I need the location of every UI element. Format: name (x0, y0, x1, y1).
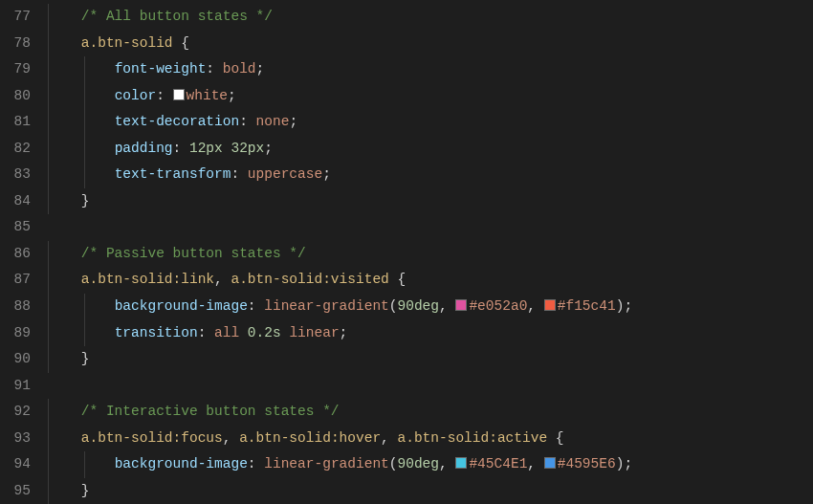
token-semi: ; (624, 456, 632, 471)
indent-guide (84, 136, 85, 163)
line-number: 80 (10, 83, 31, 110)
indent-guide (84, 83, 85, 110)
indent-guide (84, 320, 85, 347)
token-brace: { (556, 430, 564, 446)
line-number: 84 (10, 188, 31, 215)
token-sel-pseudo: :visited (322, 272, 389, 287)
code-line[interactable]: a.btn-solid:link, a.btn-solid:visited { (48, 267, 813, 294)
indent-guide (84, 56, 85, 83)
line-number-gutter: 77787980818283848586878889909192939495 (0, 0, 48, 504)
color-swatch-icon[interactable] (173, 89, 185, 100)
indent (48, 114, 115, 129)
code-content[interactable]: /* All button states */ a.btn-solid { fo… (48, 0, 813, 504)
color-swatch-icon[interactable] (455, 299, 467, 311)
indent-guide (48, 478, 49, 504)
indent (48, 193, 81, 208)
token-val: uppercase (248, 166, 322, 182)
indent-guide (48, 451, 49, 478)
token-punct: : (198, 325, 207, 340)
line-number: 94 (10, 451, 31, 478)
code-line[interactable]: text-decoration: none; (48, 109, 813, 136)
token-comment: /* Passive button states */ (81, 246, 306, 261)
token-prop: text-decoration (115, 114, 240, 129)
token-hex: #45C4E1 (469, 456, 527, 471)
token-prop: padding (115, 141, 173, 156)
token-sel-pseudo: :hover (331, 430, 381, 446)
indent (48, 351, 81, 366)
code-line[interactable]: /* All button states */ (48, 4, 813, 31)
token-sel-tag: a (239, 430, 248, 446)
code-line[interactable]: a.btn-solid { (48, 31, 813, 57)
indent-guide (48, 188, 49, 215)
token-sel-pseudo: :focus (173, 430, 223, 446)
code-line[interactable]: transition: all 0.2s linear; (48, 320, 813, 347)
token-sel-tag: a (81, 35, 90, 51)
token-comment: /* All button states */ (81, 9, 273, 24)
token-sel-tag: a (231, 272, 239, 287)
indent-guide (48, 162, 49, 188)
token-sel-tag: a (398, 430, 406, 446)
code-line[interactable]: font-weight: bold; (48, 56, 813, 83)
code-line[interactable]: } (48, 188, 813, 215)
token-num: 12px (189, 141, 223, 156)
code-line[interactable]: /* Passive button states */ (48, 241, 813, 268)
code-line[interactable]: a.btn-solid:focus, a.btn-solid:hover, a.… (48, 426, 813, 452)
indent (48, 483, 81, 498)
indent (48, 61, 115, 77)
token-num: 32px (231, 141, 264, 156)
color-swatch-icon[interactable] (544, 299, 556, 311)
indent-guide (48, 426, 49, 452)
indent (48, 246, 81, 261)
token-val: all (214, 325, 239, 340)
line-number: 86 (10, 241, 31, 268)
token-punct: : (239, 114, 248, 129)
token-brace: { (398, 272, 406, 287)
indent (48, 430, 81, 446)
code-line[interactable]: background-image: linear-gradient(90deg,… (48, 451, 813, 478)
code-line[interactable]: } (48, 346, 813, 373)
indent-guide (48, 31, 49, 57)
token-punct: : (248, 298, 256, 314)
token-comma: , (527, 298, 536, 314)
indent-guide (84, 162, 85, 188)
token-num: 90deg (398, 456, 440, 471)
token-sel-class: .btn-solid (406, 430, 489, 446)
indent-guide (48, 294, 49, 320)
token-semi: ; (256, 61, 265, 77)
token-comma: , (223, 430, 231, 446)
token-func: linear-gradient (264, 298, 389, 314)
token-sel-class: .btn-solid (90, 430, 173, 446)
indent-guide (48, 346, 49, 373)
token-semi: ; (340, 325, 348, 340)
token-brace: } (81, 193, 90, 208)
token-sel-class: .btn-solid (248, 430, 331, 446)
code-line[interactable]: padding: 12px 32px; (48, 136, 813, 163)
line-number: 77 (10, 4, 31, 31)
token-num: 90deg (398, 298, 440, 314)
line-number: 90 (10, 346, 31, 373)
line-number: 89 (10, 320, 31, 347)
color-swatch-icon[interactable] (455, 457, 467, 469)
indent-guide (48, 136, 49, 163)
token-func: linear-gradient (264, 456, 389, 471)
code-line[interactable]: background-image: linear-gradient(90deg,… (48, 294, 813, 320)
line-number: 87 (10, 267, 31, 294)
code-line[interactable]: } (48, 478, 813, 504)
token-sel-class: .btn-solid (90, 35, 173, 51)
line-number: 93 (10, 426, 31, 452)
color-swatch-icon[interactable] (544, 457, 556, 469)
token-prop: text-transform (115, 166, 231, 182)
code-line[interactable]: /* Interactive button states */ (48, 399, 813, 426)
token-punct: : (156, 88, 165, 103)
indent (48, 141, 115, 156)
token-comma: , (381, 430, 389, 446)
indent-guide (48, 109, 49, 136)
token-sel-tag: a (81, 272, 90, 287)
code-line[interactable] (48, 373, 813, 400)
token-semi: ; (322, 166, 331, 182)
line-number: 88 (10, 294, 31, 320)
code-line[interactable]: text-transform: uppercase; (48, 162, 813, 188)
code-line[interactable]: color: white; (48, 83, 813, 110)
code-line[interactable] (48, 214, 813, 241)
code-editor[interactable]: 77787980818283848586878889909192939495 /… (0, 0, 813, 504)
